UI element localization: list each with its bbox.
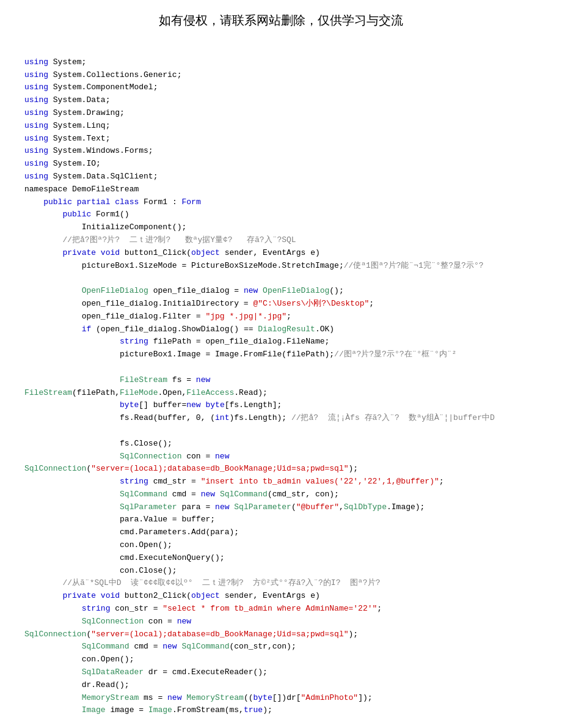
keyword-using-1: using xyxy=(24,57,48,67)
keyword-using-6: using xyxy=(24,121,48,130)
keyword-using-9: using xyxy=(24,159,48,168)
keyword-using-8: using xyxy=(24,146,48,155)
keyword-using-3: using xyxy=(24,83,48,92)
keyword-using-5: using xyxy=(24,108,48,117)
keyword-using-7: using xyxy=(24,134,48,143)
keyword-using-4: using xyxy=(24,95,48,105)
code-block: using System; using System.Collections.G… xyxy=(24,43,538,717)
page-header: 如有侵权，请联系网站删除，仅供学习与交流 xyxy=(24,12,538,29)
keyword-using-10: using xyxy=(24,172,48,181)
keyword-using-2: using xyxy=(24,70,48,79)
